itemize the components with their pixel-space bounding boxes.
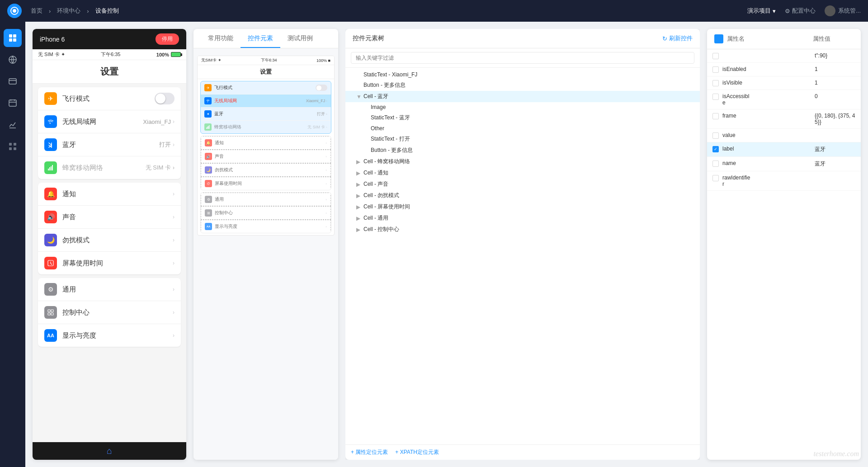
mini-item-control-center[interactable]: ⊞ 控制中心 › [201,206,331,220]
sidebar-item-globe[interactable] [4,51,22,69]
settings-item-sounds[interactable]: 🔊 声音 › [38,206,181,229]
mini-item-wifi[interactable]: 无线局域网 Xiaomi_FJ › [201,94,331,108]
mini-item-general[interactable]: ⚙ 通用 › [201,193,331,206]
prop-value-isvisible: 1 [815,80,855,86]
settings-item-dnd[interactable]: 🌙 勿扰模式 › [38,229,181,252]
config-center-link[interactable]: ⚙ 配置中心 [785,7,816,15]
mini-item-bluetooth[interactable]: ✦ 蓝牙 打开 › [201,108,331,121]
prop-row-isvisible: isVisible 1 [707,76,861,90]
settings-item-wifi[interactable]: 无线局域网 Xiaomi_FJ › [38,110,181,133]
prop-name-isaccessible: isAccessible [722,93,811,106]
tree-collapse-icon: ▶ [356,204,363,210]
add-attr-locator-button[interactable]: + 属性定位元素 [351,448,388,456]
tree-search-input[interactable] [351,52,694,64]
mini-item-dnd[interactable]: 🌙 勿扰模式 › [201,163,331,177]
prop-checkbox-frame[interactable] [712,113,719,119]
wifi-value: Xiaomi_FJ [143,118,171,125]
prop-checkbox-isaccessible[interactable] [712,94,719,100]
mini-screen-time-label: 屏幕使用时间 [215,180,326,187]
display-label: 显示与亮度 [62,331,173,340]
iphone-home-bar[interactable]: ⌂ [33,442,186,460]
user-menu[interactable]: 系统管... [825,5,861,16]
add-xpath-locator-button[interactable]: + XPATH定位元素 [395,448,439,456]
prop-value-isaccessible: 0 [815,93,855,99]
prop-checkbox[interactable] [712,53,719,59]
dnd-arrow-icon: › [173,237,175,243]
sidebar-item-apps[interactable] [4,137,22,156]
tree-item-button-moreinfo[interactable]: Button - 更多信息 [345,80,700,91]
svg-rect-20 [48,313,50,315]
prop-row-rawidentifier: rawIdentifier [707,171,861,191]
project-selector[interactable]: 演示项目 ▾ [747,7,776,15]
prop-checkbox-name[interactable] [712,160,719,167]
stop-button[interactable]: 停用 [156,33,179,45]
settings-item-bluetooth[interactable]: 蓝牙 打开 › [38,133,181,156]
sidebar-item-calendar[interactable] [4,94,22,112]
mini-item-display[interactable]: AA 显示与亮度 › [201,220,331,233]
tree-item-statictext-bluetooth[interactable]: StaticText - 蓝牙 [345,112,700,123]
tree-item-button-moreinfo-2[interactable]: Button - 更多信息 [345,145,700,156]
mini-cellular-value: 无 SIM 卡 [307,124,325,130]
sidebar-item-card[interactable] [4,72,22,90]
tab-control-elements[interactable]: 控件元素 [241,29,280,48]
prop-checkbox-value[interactable] [712,132,719,139]
breadcrumb-current: 设备控制 [95,7,119,15]
tree-item-cell-dnd[interactable]: ▶ Cell - 勿扰模式 [345,190,700,201]
breadcrumb-env[interactable]: 环境中心 [57,7,80,15]
mini-sounds-icon: 🔊 [205,153,212,160]
prop-name-value: value [722,132,811,138]
mini-wifi-value: Xiaomi_FJ [306,99,326,103]
mini-item-screen-time[interactable]: ⏱ 屏幕使用时间 › [201,177,331,190]
sidebar-item-chart[interactable] [4,116,22,134]
settings-item-cellular[interactable]: 蜂窝移动网络 无 SIM 卡 › [38,156,181,179]
mini-group-2: 🔔 通知 › 🔊 声音 › 🌙 勿扰模式 › [200,136,331,190]
tree-item-cell-notifications[interactable]: ▶ Cell - 通知 [345,167,700,179]
prop-checkbox-isenabled[interactable] [712,66,719,73]
mini-item-notifications[interactable]: 🔔 通知 › [201,136,331,150]
control-center-icon [44,306,57,319]
svg-rect-4 [9,38,12,42]
tree-item-statictext-open[interactable]: StaticText - 打开 [345,133,700,145]
settings-item-notifications[interactable]: 🔔 通知 › [38,183,181,206]
tree-item-other[interactable]: Other [345,123,700,133]
svg-rect-10 [14,143,16,146]
mini-item-cellular[interactable]: 蜂窝移动网络 无 SIM 卡 › [201,121,331,133]
tree-item-cell-general[interactable]: ▶ Cell - 通用 [345,212,700,224]
bluetooth-icon [44,138,57,151]
svg-rect-9 [9,143,12,146]
svg-rect-18 [48,310,50,312]
sidebar-item-devices[interactable] [4,29,22,47]
tree-item-cell-control-center[interactable]: ▶ Cell - 控制中心 [345,224,700,235]
mini-airplane-toggle[interactable] [316,85,327,91]
cellular-value: 无 SIM 卡 [146,164,171,172]
tab-common-functions[interactable]: 常用功能 [201,29,241,48]
settings-item-screen-time[interactable]: 屏幕使用时间 › [38,252,181,274]
display-arrow-icon: › [173,332,175,339]
mini-item-airplane[interactable]: ✈ 飞行模式 [201,81,331,94]
refresh-button[interactable]: ↻ 刷新控件 [662,34,693,42]
prop-checkbox-label[interactable]: ✓ [712,146,719,152]
tree-item-image[interactable]: Image [345,102,700,112]
tree-item-cell-bluetooth[interactable]: ▼ Cell - 蓝牙 [345,91,700,102]
settings-item-control-center[interactable]: 控制中心 › [38,301,181,324]
settings-item-general[interactable]: ⚙ 通用 › [38,278,181,301]
sim-status: 无 SIM 卡 ✦ [38,51,65,58]
properties-panel: 属性名 属性值 t":90} isEnabled 1 isVisible [707,29,861,460]
tree-item-statictext-xiaoimi[interactable]: StaticText - Xiaomi_FJ [345,70,700,80]
prop-checkbox-isvisible[interactable] [712,80,719,86]
airplane-toggle[interactable] [155,93,175,104]
tree-item-cell-screen-time[interactable]: ▶ Cell - 屏幕使用时间 [345,201,700,212]
settings-item-display[interactable]: AA 显示与亮度 › [38,324,181,347]
prop-checkbox-rawidentifier[interactable] [712,175,719,181]
gear-icon: ⚙ [785,8,790,14]
settings-item-airplane[interactable]: ✈ 飞行模式 [38,87,181,110]
main-content: iPhone 6 停用 无 SIM 卡 ✦ 下午6:35 100% 设置 [25,22,868,467]
breadcrumb-home[interactable]: 首页 [31,7,42,15]
props-header: 属性名 属性值 [707,29,861,49]
tree-item-cell-sounds[interactable]: ▶ Cell - 声音 [345,179,700,190]
tree-item-cell-cellular[interactable]: ▶ Cell - 蜂窝移动网络 [345,156,700,167]
mini-general-icon: ⚙ [205,196,212,203]
tab-test-cases[interactable]: 测试用例 [280,29,320,48]
mini-item-sounds[interactable]: 🔊 声音 › [201,150,331,163]
tree-collapse-icon: ▶ [356,193,363,199]
